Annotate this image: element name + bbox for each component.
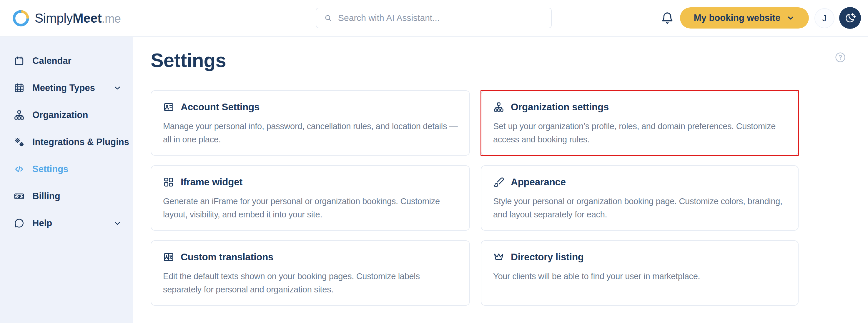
sidebar-item-label: Help [32,218,52,229]
card-title: Iframe widget [181,176,243,188]
booking-button-label: My booking website [694,13,781,23]
card-description: Edit the default texts shown on your boo… [163,270,461,296]
sidebar-item-billing[interactable]: Billing [0,183,133,210]
my-booking-website-button[interactable]: My booking website [680,7,809,29]
sidebar-item-integrations-plugins[interactable]: Integrations & Plugins [0,129,133,156]
card-title: Custom translations [181,252,273,263]
card-description: Manage your personal info, password, can… [163,120,461,146]
sidebar-nav: Calendar Meeting Types Organization Inte… [0,37,133,323]
card-description: Your clients will be able to find your u… [493,270,789,283]
custom-translations-icon [163,252,174,263]
calendar-icon [13,55,25,66]
card-description: Style your personal or organization book… [493,195,789,221]
organization-settings-icon [493,101,504,113]
appearance-icon [493,176,504,188]
card-title: Directory listing [511,252,584,263]
logo-suffix: .me [101,12,121,25]
chevron-down-icon [113,219,122,228]
card-header: Appearance [493,176,789,188]
account-settings-icon [163,101,174,113]
search-input[interactable] [338,13,544,23]
chevron-down-icon [786,13,795,22]
sidebar-item-calendar[interactable]: Calendar [0,47,133,74]
card-title: Organization settings [511,101,609,113]
simplymeet-logo-icon [12,9,30,27]
card-header: Account Settings [163,101,461,113]
meeting-types-icon [13,83,25,94]
notifications-bell-icon[interactable] [660,10,675,26]
main-content: Settings Account Settings Manage your pe… [133,37,868,323]
code-icon [13,164,25,175]
card-header: Organization settings [493,101,789,113]
card-account-settings[interactable]: Account Settings Manage your personal in… [151,90,470,156]
simplymeet-logo[interactable]: SimplyMeet.me [12,0,121,36]
card-header: Directory listing [493,252,789,263]
top-header: SimplyMeet.me My booking website J [0,0,868,37]
card-custom-translations[interactable]: Custom translations Edit the default tex… [151,240,470,305]
card-title: Account Settings [181,101,259,113]
sidebar-item-label: Billing [32,191,60,201]
card-title: Appearance [511,176,566,188]
sidebar-item-settings[interactable]: Settings [0,156,133,183]
help-question-icon[interactable] [834,52,846,63]
dark-mode-toggle[interactable] [839,7,861,29]
sidebar-item-label: Settings [32,164,68,174]
logo-wordmark: SimplyMeet.me [35,11,121,26]
search-icon [323,13,333,23]
sidebar-item-label: Calendar [32,56,71,66]
card-header: Custom translations [163,252,461,263]
billing-icon [13,191,25,202]
help-bubble-icon [13,218,25,229]
search-bar [316,8,552,28]
user-avatar[interactable]: J [814,8,834,28]
sidebar-item-label: Organization [32,110,88,120]
moon-stars-icon [844,12,856,24]
iframe-widget-icon [163,176,174,188]
card-appearance[interactable]: Appearance Style your personal or organi… [481,165,799,231]
sidebar-item-organization[interactable]: Organization [0,101,133,129]
card-description: Set up your organization’s profile, role… [493,120,789,146]
settings-cards-grid: Account Settings Manage your personal in… [151,90,868,305]
card-description: Generate an iFrame for your personal or … [163,195,461,221]
card-directory-listing[interactable]: Directory listing Your clients will be a… [481,240,799,305]
sidebar-item-label: Meeting Types [32,83,95,93]
sidebar-item-help[interactable]: Help [0,210,133,237]
sidebar-item-meeting-types[interactable]: Meeting Types [0,74,133,101]
chevron-down-icon [113,84,122,92]
logo-meet: Meet [73,11,101,25]
card-header: Iframe widget [163,176,461,188]
avatar-initial: J [823,13,827,23]
page-title: Settings [151,49,868,71]
directory-listing-icon [493,252,504,263]
card-iframe-widget[interactable]: Iframe widget Generate an iFrame for you… [151,165,470,231]
sidebar-item-label: Integrations & Plugins [32,137,129,148]
integrations-icon [13,136,25,148]
card-organization-settings[interactable]: Organization settings Set up your organi… [481,90,799,156]
logo-simply: Simply [35,11,73,25]
organization-icon [13,109,25,121]
